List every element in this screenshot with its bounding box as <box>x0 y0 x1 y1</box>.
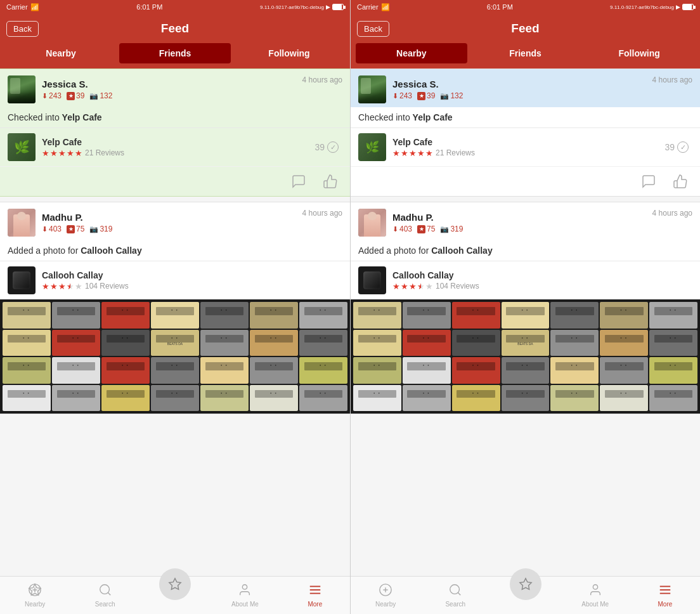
place-name-callooh-left: Callooh Callay <box>42 270 342 280</box>
avatar-callooh-left <box>8 266 36 294</box>
tab-friends-right[interactable]: Friends <box>470 43 581 63</box>
back-button-right[interactable]: Back <box>357 21 389 37</box>
bottom-tab-bar-left: Nearby Search <box>0 576 350 614</box>
place-info-callooh-left: Callooh Callay ★ ★ ★ ★★ ★ 104 Reviews <box>42 270 342 291</box>
like-button-jessica-right[interactable] <box>671 172 690 191</box>
avatar-yelp-cafe-left: 🌿 <box>8 133 36 161</box>
stat-reviews-madhu-right: ★ 75 <box>417 225 435 233</box>
review-count-callooh-right: 104 Reviews <box>436 282 479 291</box>
user-name-jessica-right[interactable]: Jessica S. <box>392 79 652 89</box>
place-info-callooh-right: Callooh Callay ★ ★ ★ ★★ ★ 104 Reviews <box>392 270 692 291</box>
checkin-icon-jessica-left: ⬇ <box>42 92 48 100</box>
status-bar-right-right: 9.11.0-9217-ae9b7bc-debug ▶ <box>610 4 694 10</box>
action-text-madhu-right: Added a photo for Callooh Callay <box>351 240 700 261</box>
place-name-yelp-right: Yelp Cafe <box>392 137 664 147</box>
feed-item-madhu-left: Madhu P. ⬇ 403 ★ 75 📷 319 <box>0 202 350 414</box>
top-tabs-right: Nearby Friends Following <box>351 43 700 69</box>
comment-button-jessica-left[interactable] <box>289 172 308 191</box>
feed-photo-cassette-left[interactable]: BEATS DA <box>0 299 350 414</box>
tab-following-right[interactable]: Following <box>583 43 695 63</box>
svg-point-7 <box>243 585 247 589</box>
bottom-tab-more-right[interactable]: More <box>630 579 700 611</box>
checkin-count-yelp-left: 39 ✓ <box>314 141 339 153</box>
user-info-madhu-right: Madhu P. ⬇ 403 ★ 75 📷 319 <box>392 212 652 233</box>
battery-icon-left <box>332 4 344 10</box>
top-tabs-left: Nearby Friends Following <box>0 43 350 69</box>
nearby-label-right: Nearby <box>375 601 396 608</box>
center-badge-left <box>159 568 191 600</box>
feed-photo-cassette-right[interactable]: BEATS DA <box>351 299 700 414</box>
back-button-left[interactable]: Back <box>6 21 39 37</box>
svg-point-14 <box>450 585 460 594</box>
more-icon-left <box>308 583 322 599</box>
bottom-tab-more-left[interactable]: More <box>280 579 350 611</box>
user-stats-jessica-right: ⬇ 243 ★ 39 📷 132 <box>392 91 652 100</box>
avatar-jessica-right[interactable] <box>358 75 386 103</box>
stat-reviews-jessica-right: ★ 39 <box>417 91 435 100</box>
status-bar-right: Carrier 📶 6:01 PM 9.11.0-9217-ae9b7bc-de… <box>351 0 700 14</box>
comment-button-jessica-right[interactable] <box>639 172 658 191</box>
stat-checkins-madhu-right: ⬇ 403 <box>392 225 412 233</box>
feed-item-madhu-header-left: Madhu P. ⬇ 403 ★ 75 📷 319 <box>0 202 350 240</box>
bottom-tab-search-right[interactable]: Search <box>420 579 490 611</box>
place-card-callooh-left[interactable]: Callooh Callay ★ ★ ★ ★★ ★ 104 Reviews <box>0 261 350 299</box>
avatar-madhu-right[interactable] <box>358 209 386 237</box>
status-time-left: 6:01 PM <box>136 3 162 11</box>
stat-checkins-madhu-left: ⬇ 403 <box>42 225 62 233</box>
user-stats-jessica-left: ⬇ 243 ★ 39 📷 132 <box>42 91 302 100</box>
bottom-tab-center-right[interactable] <box>490 565 560 614</box>
debug-info-left: 9.11.0-9217-ae9b7bc-debug <box>260 4 324 10</box>
bottom-tab-nearby-right[interactable]: Nearby <box>351 579 420 611</box>
battery-icon-right <box>682 4 694 10</box>
status-bar-left-info: Carrier 📶 <box>6 3 39 11</box>
place-info-yelp-left: Yelp Cafe ★ ★ ★ ★ ★ 21 Reviews <box>42 137 314 158</box>
tab-friends-left[interactable]: Friends <box>119 43 231 63</box>
review-icon-jessica-left: ★ <box>67 92 75 100</box>
review-count-callooh-left: 104 Reviews <box>85 282 129 291</box>
stat-reviews-jessica-left: ★ 39 <box>67 91 84 100</box>
aboutme-icon-right <box>588 583 602 599</box>
avatar-jessica-left[interactable] <box>8 75 36 103</box>
timestamp-madhu-right: 4 hours ago <box>652 209 692 218</box>
center-badge-right <box>510 568 541 600</box>
bottom-tab-search-left[interactable]: Search <box>70 579 139 611</box>
review-count-yelp-right: 21 Reviews <box>436 148 475 157</box>
stars-callooh-left: ★ ★ ★ ★★ ★ <box>42 282 82 291</box>
action-text-jessica-left: Checked into Yelp Cafe <box>0 107 350 127</box>
place-rating-callooh-left: ★ ★ ★ ★★ ★ 104 Reviews <box>42 282 342 291</box>
svg-line-5 <box>108 592 110 595</box>
search-icon-right <box>448 583 462 599</box>
timestamp-jessica-left: 4 hours ago <box>302 75 342 84</box>
feed-item-jessica-header-right: Jessica S. ⬇ 243 ★ 39 📷 132 <box>351 69 700 107</box>
photo-count-jessica-left: 132 <box>100 91 112 100</box>
status-time-right: 6:01 PM <box>487 3 513 11</box>
timestamp-jessica-right: 4 hours ago <box>652 75 692 84</box>
place-card-yelp-right[interactable]: 🌿 Yelp Cafe ★ ★ ★ ★ ★ 21 Reviews <box>351 127 700 166</box>
user-info-madhu-left: Madhu P. ⬇ 403 ★ 75 📷 319 <box>42 212 302 233</box>
tab-nearby-right[interactable]: Nearby <box>356 43 467 63</box>
bottom-tab-center-left[interactable] <box>140 565 210 614</box>
nav-bar-right: Back Feed <box>351 14 700 43</box>
svg-marker-16 <box>519 578 531 589</box>
status-bar-right-info: Carrier 📶 <box>357 3 390 11</box>
bottom-tab-bar-right: Nearby Search <box>351 576 700 614</box>
user-name-jessica-left[interactable]: Jessica S. <box>42 79 302 89</box>
feed-item-jessica-left: Jessica S. ⬇ 243 ★ 39 📷 132 <box>0 69 350 197</box>
like-button-jessica-left[interactable] <box>321 172 340 191</box>
tab-nearby-left[interactable]: Nearby <box>5 43 117 63</box>
bottom-tab-aboutme-left[interactable]: About Me <box>210 579 280 611</box>
search-label-right: Search <box>445 601 465 608</box>
svg-point-17 <box>593 585 597 589</box>
bottom-tab-nearby-left[interactable]: Nearby <box>0 579 70 611</box>
bottom-tab-aboutme-right[interactable]: About Me <box>561 579 630 611</box>
place-card-yelp-left[interactable]: 🌿 Yelp Cafe ★ ★ ★ ★ ★ 21 Reviews <box>0 127 350 166</box>
signal-icon-left: ▶ <box>326 4 330 10</box>
user-name-madhu-right[interactable]: Madhu P. <box>392 212 652 223</box>
feed-item-madhu-header-right: Madhu P. ⬇ 403 ★ 75 📷 319 <box>351 202 700 240</box>
tab-following-left[interactable]: Following <box>233 43 345 63</box>
feed-actions-jessica-left <box>0 166 350 196</box>
nav-title-left: Feed <box>161 22 189 36</box>
place-card-callooh-right[interactable]: Callooh Callay ★ ★ ★ ★★ ★ 104 Reviews <box>351 261 700 299</box>
avatar-madhu-left[interactable] <box>8 209 36 237</box>
user-name-madhu-left[interactable]: Madhu P. <box>42 212 302 223</box>
